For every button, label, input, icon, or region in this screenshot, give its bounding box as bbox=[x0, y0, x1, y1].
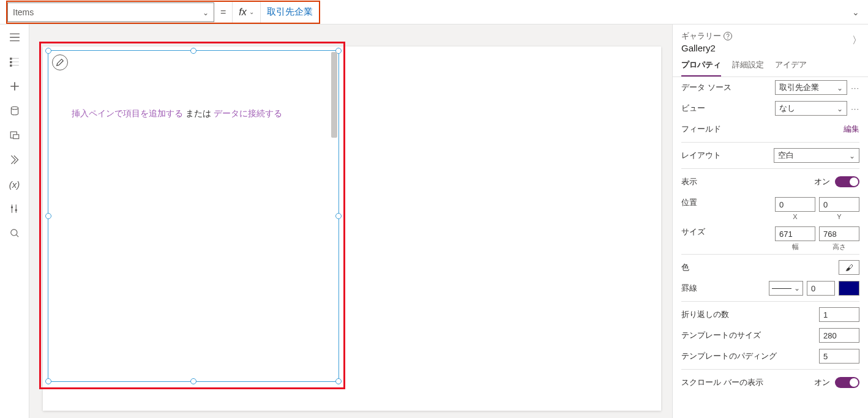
advanced-tools-button[interactable] bbox=[5, 202, 24, 215]
color-picker[interactable]: 🖌 bbox=[839, 260, 859, 275]
visible-state: オン bbox=[814, 176, 830, 187]
insert-button[interactable] bbox=[5, 80, 24, 93]
control-type-label: ギャラリー ? bbox=[681, 31, 859, 42]
resize-handle[interactable] bbox=[335, 213, 342, 219]
tab-ideas[interactable]: アイデア bbox=[775, 59, 807, 77]
position-y-input[interactable] bbox=[819, 197, 859, 212]
color-label: 色 bbox=[681, 262, 689, 273]
view-more-button[interactable]: ··· bbox=[851, 104, 859, 113]
tree-view-button[interactable] bbox=[5, 55, 24, 69]
svg-rect-5 bbox=[13, 135, 18, 139]
fx-button[interactable]: fx ⌄ bbox=[232, 2, 260, 23]
fx-icon: fx bbox=[239, 7, 246, 18]
equals-label: = bbox=[214, 7, 232, 18]
chevron-down-icon bbox=[203, 7, 209, 17]
scrollbar-label: スクロール バーの表示 bbox=[681, 377, 763, 388]
pane-tabs: プロパティ 詳細設定 アイデア bbox=[673, 53, 868, 77]
variables-button[interactable]: (x) bbox=[5, 177, 24, 191]
hamburger-menu-button[interactable] bbox=[5, 31, 24, 44]
resize-handle[interactable] bbox=[190, 378, 196, 384]
svg-rect-1 bbox=[10, 61, 12, 63]
resize-handle[interactable] bbox=[45, 48, 51, 54]
resize-handle[interactable] bbox=[190, 48, 196, 54]
scrollbar-state: オン bbox=[814, 377, 830, 388]
view-label: ビュー bbox=[681, 103, 705, 114]
properties-pane: ギャラリー ? Gallery2 〉 プロパティ 詳細設定 アイデア データ ソ… bbox=[672, 24, 868, 418]
power-automate-button[interactable] bbox=[5, 153, 24, 166]
chevron-down-icon bbox=[837, 83, 843, 92]
position-label: 位置 bbox=[681, 197, 697, 208]
formula-value[interactable]: 取引先企業 bbox=[261, 2, 319, 23]
edit-template-button[interactable] bbox=[52, 54, 68, 70]
hint-or-text: または bbox=[183, 108, 214, 118]
layout-label: レイアウト bbox=[681, 150, 721, 161]
data-button[interactable] bbox=[5, 104, 24, 118]
gallery-selection[interactable]: 挿入ペインで項目を追加する または データに接続する bbox=[48, 50, 339, 382]
formula-bar: Items = fx ⌄ 取引先企業 ⌄ bbox=[0, 0, 868, 24]
tab-advanced[interactable]: 詳細設定 bbox=[732, 59, 764, 77]
border-width-input[interactable] bbox=[807, 281, 835, 296]
visible-toggle[interactable] bbox=[835, 176, 859, 187]
media-button[interactable] bbox=[5, 129, 24, 142]
size-label: サイズ bbox=[681, 226, 705, 237]
paint-bucket-icon: 🖌 bbox=[845, 263, 853, 272]
tab-properties[interactable]: プロパティ bbox=[681, 59, 721, 77]
chevron-down-icon bbox=[794, 284, 800, 293]
position-x-input[interactable] bbox=[775, 197, 815, 212]
add-from-insert-pane-link[interactable]: 挿入ペインで項目を追加する bbox=[72, 108, 183, 118]
help-icon[interactable]: ? bbox=[724, 32, 732, 40]
wrap-count-input[interactable] bbox=[819, 307, 859, 322]
resize-handle[interactable] bbox=[45, 378, 51, 384]
border-color-picker[interactable] bbox=[839, 281, 859, 296]
svg-rect-2 bbox=[10, 65, 12, 67]
template-size-label: テンプレートのサイズ bbox=[681, 330, 761, 341]
layout-select[interactable]: 空白 bbox=[774, 148, 859, 163]
template-padding-label: テンプレートのパディング bbox=[681, 351, 777, 362]
chevron-down-icon bbox=[849, 151, 855, 160]
pane-expand-button[interactable]: 〉 bbox=[852, 34, 862, 47]
datasource-select[interactable]: 取引先企業 bbox=[775, 80, 847, 95]
left-rail: (x) bbox=[0, 24, 29, 418]
property-dropdown-value: Items bbox=[13, 7, 34, 17]
size-height-input[interactable] bbox=[819, 226, 859, 241]
svg-point-6 bbox=[10, 206, 12, 208]
gallery-scrollbar[interactable] bbox=[331, 52, 337, 138]
wrap-count-label: 折り返しの数 bbox=[681, 309, 729, 320]
datasource-more-button[interactable]: ··· bbox=[851, 83, 859, 92]
svg-point-3 bbox=[11, 106, 18, 110]
border-label: 罫線 bbox=[681, 283, 697, 294]
svg-point-8 bbox=[10, 230, 17, 236]
app-body: (x) 挿入ペインで項目を追加する または データに接続する bbox=[0, 24, 868, 418]
size-width-input[interactable] bbox=[775, 226, 815, 241]
canvas-area[interactable]: 挿入ペインで項目を追加する または データに接続する bbox=[29, 24, 672, 418]
app-screen: 挿入ペインで項目を追加する または データに接続する bbox=[43, 47, 661, 411]
view-select[interactable]: なし bbox=[775, 101, 847, 116]
svg-rect-0 bbox=[10, 58, 12, 59]
fields-edit-link[interactable]: 編集 bbox=[844, 124, 859, 135]
gallery-empty-hint: 挿入ペインで項目を追加する または データに接続する bbox=[72, 108, 282, 119]
pencil-icon bbox=[56, 58, 64, 67]
visible-label: 表示 bbox=[681, 176, 697, 187]
chevron-down-icon: ⌄ bbox=[249, 9, 254, 15]
control-name[interactable]: Gallery2 bbox=[681, 43, 859, 53]
fields-label: フィールド bbox=[681, 124, 721, 135]
connect-to-data-link[interactable]: データに接続する bbox=[214, 108, 282, 118]
expand-formula-button[interactable]: ⌄ bbox=[844, 0, 868, 24]
pane-header: ギャラリー ? Gallery2 〉 bbox=[673, 24, 868, 53]
search-button[interactable] bbox=[5, 226, 24, 240]
scrollbar-toggle[interactable] bbox=[835, 377, 859, 388]
chevron-down-icon bbox=[837, 104, 843, 113]
border-style-select[interactable] bbox=[769, 281, 803, 296]
template-padding-input[interactable] bbox=[819, 349, 859, 364]
property-dropdown[interactable]: Items bbox=[7, 2, 214, 22]
svg-point-7 bbox=[15, 209, 17, 211]
resize-handle[interactable] bbox=[45, 213, 51, 219]
template-size-input[interactable] bbox=[819, 328, 859, 343]
resize-handle[interactable] bbox=[335, 378, 342, 384]
formula-highlight-box: Items = fx ⌄ 取引先企業 bbox=[6, 1, 320, 24]
datasource-label: データ ソース bbox=[681, 82, 731, 93]
